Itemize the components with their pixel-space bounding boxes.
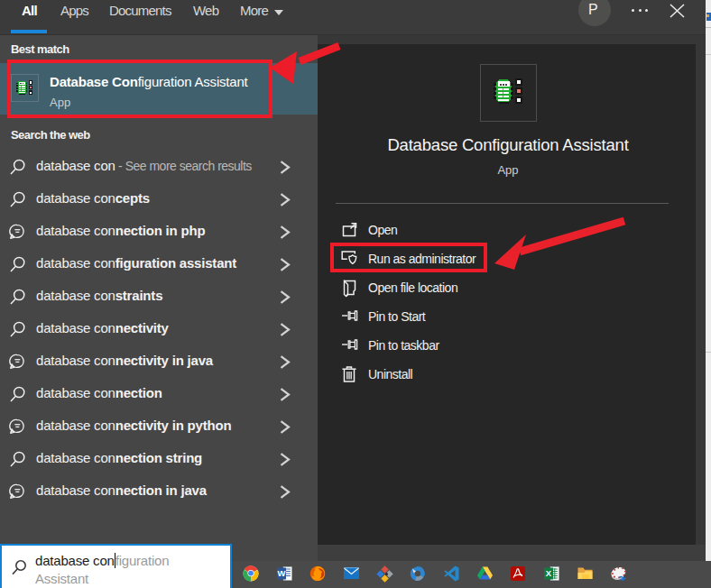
svg-text:X: X — [546, 568, 552, 578]
svg-text:W: W — [278, 568, 286, 578]
